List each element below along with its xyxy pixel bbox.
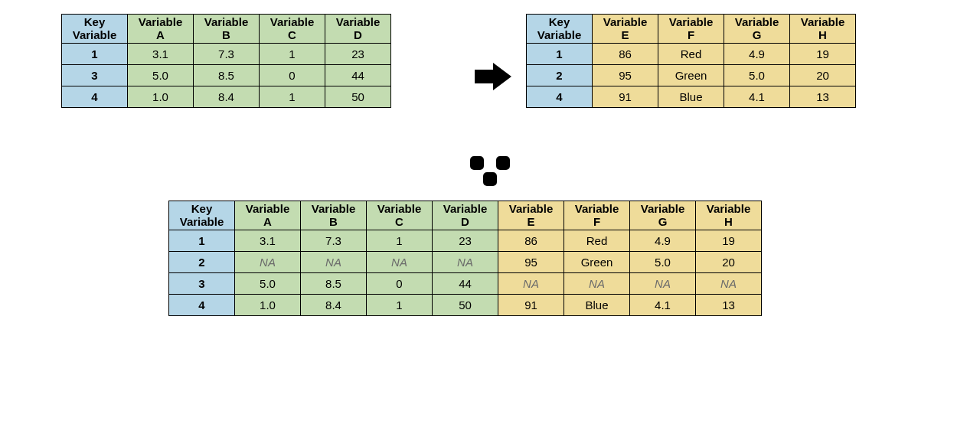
table-row: 41.08.415091Blue4.113 xyxy=(169,295,762,316)
cell-val: 1.0 xyxy=(235,295,301,316)
dot-icon xyxy=(470,156,484,170)
dot-icon xyxy=(483,172,497,186)
cell-val: Green xyxy=(564,252,630,273)
cell-val: NA xyxy=(301,252,367,273)
cell-val: NA xyxy=(564,273,630,295)
cell-val: 8.5 xyxy=(194,65,260,86)
col-header-var-d: Variable D xyxy=(325,15,391,44)
cell-val: 1 xyxy=(260,86,325,108)
cell-val: NA xyxy=(235,252,301,273)
cell-val: Blue xyxy=(564,295,630,316)
cell-val: 1.0 xyxy=(128,86,194,108)
table-row: 2 95 Green 5.0 20 xyxy=(527,65,856,86)
cell-val: 8.4 xyxy=(301,295,367,316)
col-header-var-b: VariableB xyxy=(301,201,367,230)
table-row: 4 1.0 8.4 1 50 xyxy=(62,86,391,108)
cell-val: 5.0 xyxy=(235,273,301,295)
header-key-line1: Key xyxy=(84,15,106,28)
col-header-var-g: Variable G xyxy=(724,15,790,44)
cell-val: 5.0 xyxy=(630,252,696,273)
cell-val: Green xyxy=(658,65,724,86)
cell-val: Blue xyxy=(658,86,724,108)
table-header-row: Key Variable Variable E Variable F Varia… xyxy=(527,15,856,44)
cell-val: 95 xyxy=(498,252,564,273)
cell-val: 5.0 xyxy=(128,65,194,86)
cell-val: 5.0 xyxy=(724,65,790,86)
cell-val: NA xyxy=(630,273,696,295)
cell-val: 7.3 xyxy=(301,230,367,252)
table-header-row: Key Variable Variable A Variable B Varia… xyxy=(62,15,391,44)
cell-val: 7.3 xyxy=(194,44,260,65)
source-table-right: Key Variable Variable E Variable F Varia… xyxy=(526,14,856,108)
cell-val: 13 xyxy=(790,86,856,108)
source-table-left: Key Variable Variable A Variable B Varia… xyxy=(61,14,391,108)
col-header-var-h: Variable H xyxy=(790,15,856,44)
cell-key: 3 xyxy=(169,273,235,295)
table-row: 1 86 Red 4.9 19 xyxy=(527,44,856,65)
cell-val: 91 xyxy=(593,86,658,108)
dot-icon xyxy=(496,156,510,170)
cell-key: 4 xyxy=(527,86,593,108)
cell-val: 91 xyxy=(498,295,564,316)
cell-val: Red xyxy=(564,230,630,252)
col-header-key: Key Variable xyxy=(62,15,128,44)
cell-key: 3 xyxy=(62,65,128,86)
cell-val: NA xyxy=(367,252,433,273)
cell-val: Red xyxy=(658,44,724,65)
cell-val: 86 xyxy=(593,44,658,65)
cell-val: NA xyxy=(433,252,498,273)
table-row: 3 5.0 8.5 0 44 xyxy=(62,65,391,86)
cell-val: 23 xyxy=(433,230,498,252)
cell-val: NA xyxy=(696,273,762,295)
cell-key: 4 xyxy=(169,295,235,316)
cell-val: 8.5 xyxy=(301,273,367,295)
cell-val: 50 xyxy=(433,295,498,316)
col-header-var-b: Variable B xyxy=(194,15,260,44)
cell-val: 20 xyxy=(790,65,856,86)
cell-val: 4.9 xyxy=(630,230,696,252)
table-row: 1 3.1 7.3 1 23 xyxy=(62,44,391,65)
col-header-key: Key Variable xyxy=(527,15,593,44)
cell-val: 0 xyxy=(367,273,433,295)
col-header-var-c: Variable C xyxy=(260,15,325,44)
cell-val: 0 xyxy=(260,65,325,86)
cell-key: 1 xyxy=(62,44,128,65)
ellipsis-icon xyxy=(458,156,522,188)
cell-val: 23 xyxy=(325,44,391,65)
col-header-var-g: VariableG xyxy=(630,201,696,230)
cell-val: 44 xyxy=(325,65,391,86)
col-header-var-e: Variable E xyxy=(593,15,658,44)
cell-val: 1 xyxy=(367,230,433,252)
col-header-var-f: Variable F xyxy=(658,15,724,44)
cell-val: 4.1 xyxy=(724,86,790,108)
cell-key: 4 xyxy=(62,86,128,108)
cell-val: 8.4 xyxy=(194,86,260,108)
cell-key: 1 xyxy=(527,44,593,65)
cell-val: 44 xyxy=(433,273,498,295)
table-row: 2NANANANA95Green5.020 xyxy=(169,252,762,273)
col-header-var-c: VariableC xyxy=(367,201,433,230)
table-row: 13.17.312386Red4.919 xyxy=(169,230,762,252)
cell-val: NA xyxy=(498,273,564,295)
header-key-line2: Variable xyxy=(73,28,117,41)
col-header-var-e: VariableE xyxy=(498,201,564,230)
arrow-right-icon xyxy=(475,63,511,90)
cell-key: 1 xyxy=(169,230,235,252)
svg-marker-0 xyxy=(475,63,511,90)
cell-val: 1 xyxy=(260,44,325,65)
col-header-var-f: VariableF xyxy=(564,201,630,230)
cell-val: 13 xyxy=(696,295,762,316)
col-header-key: Key Variable xyxy=(169,201,235,230)
merged-table: Key Variable VariableA VariableB Variabl… xyxy=(168,201,762,316)
cell-val: 19 xyxy=(696,230,762,252)
cell-val: 4.1 xyxy=(630,295,696,316)
cell-val: 95 xyxy=(593,65,658,86)
col-header-var-a: VariableA xyxy=(235,201,301,230)
cell-val: 4.9 xyxy=(724,44,790,65)
col-header-var-d: VariableD xyxy=(433,201,498,230)
cell-val: 20 xyxy=(696,252,762,273)
cell-key: 2 xyxy=(527,65,593,86)
cell-val: 50 xyxy=(325,86,391,108)
table-row: 4 91 Blue 4.1 13 xyxy=(527,86,856,108)
cell-val: 3.1 xyxy=(128,44,194,65)
